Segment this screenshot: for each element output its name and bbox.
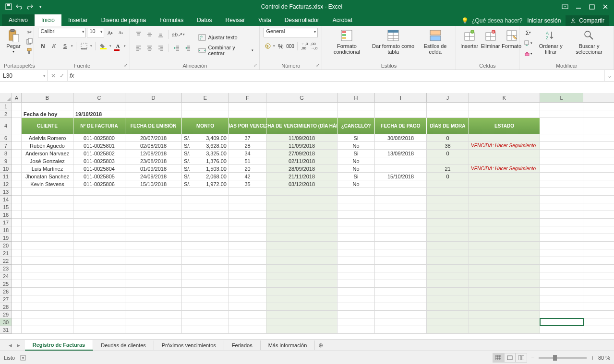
cell-styles-button[interactable]: Estilos de celda bbox=[419, 28, 452, 56]
paste-button[interactable]: Pegar ▾ bbox=[4, 28, 23, 55]
font-size-select[interactable]: 10 bbox=[87, 28, 104, 37]
ribbon-options-icon[interactable] bbox=[559, 1, 571, 12]
svg-text:c: c bbox=[200, 37, 201, 40]
fill-color-icon[interactable] bbox=[98, 41, 108, 51]
decrease-indent-icon[interactable] bbox=[172, 43, 181, 53]
dialog-launcher-icon[interactable]: ⤢ bbox=[124, 63, 128, 68]
svg-rect-77 bbox=[526, 52, 528, 53]
tab-home[interactable]: Inicio bbox=[35, 14, 61, 26]
find-select-button[interactable]: Buscar y seleccionar bbox=[568, 28, 610, 56]
comma-style-icon[interactable]: 000 bbox=[286, 41, 294, 51]
enter-formula-icon[interactable]: ✓ bbox=[60, 72, 64, 79]
chevron-down-icon[interactable]: ▾ bbox=[124, 44, 126, 48]
chevron-down-icon[interactable]: ▾ bbox=[183, 33, 185, 36]
italic-button[interactable]: K bbox=[49, 41, 59, 51]
font-color-icon[interactable]: A bbox=[113, 41, 122, 51]
dialog-launcher-icon[interactable]: ⤢ bbox=[253, 63, 257, 68]
svg-rect-8 bbox=[13, 35, 19, 42]
minimize-icon[interactable] bbox=[573, 1, 584, 12]
align-middle-icon[interactable] bbox=[145, 30, 155, 39]
wrap-text-button[interactable]: abc Ajustar texto bbox=[196, 33, 255, 42]
dialog-launcher-icon[interactable]: ⤢ bbox=[28, 63, 32, 68]
chevron-down-icon[interactable]: ▾ bbox=[273, 44, 275, 48]
insert-cells-icon: + bbox=[463, 29, 476, 42]
share-button[interactable]: Compartir bbox=[566, 15, 609, 26]
expand-formula-bar-icon[interactable]: ⌄ bbox=[604, 70, 614, 81]
dialog-launcher-icon[interactable]: ⤢ bbox=[316, 63, 320, 68]
bold-button[interactable]: N bbox=[38, 41, 48, 51]
lightbulb-icon: 💡 bbox=[461, 17, 469, 24]
paste-icon bbox=[7, 29, 20, 42]
fx-icon[interactable]: fx bbox=[68, 70, 76, 81]
tab-formulas[interactable]: Fórmulas bbox=[153, 14, 190, 26]
group-clipboard: Pegar ▾ ✂ Portapapeles⤢ bbox=[0, 26, 34, 70]
orientation-icon[interactable]: ab↗ bbox=[172, 30, 181, 39]
increase-indent-icon[interactable] bbox=[183, 43, 193, 53]
maximize-icon[interactable] bbox=[586, 1, 598, 12]
qat-dropdown-icon[interactable]: ▾ bbox=[36, 3, 44, 11]
font-name-select[interactable]: Calibri bbox=[38, 28, 86, 37]
tab-page-layout[interactable]: Diseño de página bbox=[95, 14, 153, 26]
conditional-format-button[interactable]: Formato condicional bbox=[326, 28, 367, 56]
formula-bar-row: L30 ✕ ✓ fx ⌄ bbox=[0, 70, 614, 82]
chevron-down-icon[interactable]: ▾ bbox=[109, 44, 111, 48]
decrease-font-icon[interactable]: A▾ bbox=[116, 28, 125, 37]
delete-cells-button[interactable]: × Eliminar bbox=[481, 28, 500, 50]
group-font: Calibri 10 A▴ A▾ N K S ▾ ▾ ▾ A ▾ Fuente⤢ bbox=[34, 26, 130, 70]
align-right-icon[interactable] bbox=[156, 43, 166, 53]
format-as-table-button[interactable]: Dar formato como tabla bbox=[370, 28, 417, 56]
svg-text:+: + bbox=[471, 30, 473, 34]
decrease-decimal-icon[interactable]: ,00→,0 bbox=[310, 41, 318, 51]
svg-text:×: × bbox=[492, 30, 494, 34]
svg-rect-75 bbox=[525, 41, 529, 45]
fill-icon[interactable]: ▾ bbox=[523, 38, 533, 48]
tab-review[interactable]: Revisar bbox=[219, 14, 252, 26]
align-bottom-icon[interactable] bbox=[156, 30, 166, 39]
svg-rect-13 bbox=[81, 43, 87, 49]
number-format-select[interactable]: General bbox=[264, 28, 318, 37]
group-styles: Formato condicional Dar formato como tab… bbox=[322, 26, 456, 70]
formula-bar[interactable] bbox=[76, 70, 604, 81]
format-cells-button[interactable]: Formato bbox=[502, 28, 521, 50]
clear-icon[interactable]: ▾ bbox=[523, 49, 533, 59]
name-box[interactable]: L30 bbox=[0, 70, 48, 81]
insert-cells-button[interactable]: + Insertar bbox=[460, 28, 479, 50]
share-icon bbox=[570, 18, 576, 23]
percent-icon[interactable]: % bbox=[277, 41, 285, 51]
tab-file[interactable]: Archivo bbox=[2, 14, 35, 26]
underline-button[interactable]: S bbox=[60, 41, 70, 51]
increase-decimal-icon[interactable]: ←,0,00 bbox=[301, 41, 309, 51]
svg-rect-60 bbox=[430, 30, 441, 35]
align-top-icon[interactable] bbox=[134, 30, 144, 39]
align-left-icon[interactable] bbox=[134, 43, 144, 53]
cut-icon[interactable]: ✂ bbox=[25, 28, 34, 36]
svg-rect-15 bbox=[100, 48, 107, 49]
svg-rect-4 bbox=[590, 5, 594, 9]
save-icon[interactable] bbox=[5, 3, 12, 11]
tab-insert[interactable]: Insertar bbox=[61, 14, 95, 26]
sign-in-link[interactable]: Iniciar sesión bbox=[527, 17, 561, 24]
border-icon[interactable] bbox=[79, 41, 89, 51]
tab-developer[interactable]: Desarrollador bbox=[278, 14, 326, 26]
undo-icon[interactable] bbox=[15, 3, 23, 11]
svg-rect-54 bbox=[342, 37, 346, 39]
format-painter-icon[interactable] bbox=[25, 47, 34, 56]
autosum-icon[interactable]: Σ▾ bbox=[523, 28, 533, 37]
accounting-format-icon[interactable]: $ bbox=[264, 41, 272, 51]
tab-acrobat[interactable]: Acrobat bbox=[326, 14, 359, 26]
group-label-editing: Modificar bbox=[523, 62, 610, 69]
sort-filter-button[interactable]: AZ Ordenar y filtrar bbox=[535, 28, 566, 56]
align-center-icon[interactable] bbox=[145, 43, 155, 53]
copy-icon[interactable] bbox=[25, 37, 34, 46]
svg-line-81 bbox=[590, 36, 593, 39]
cancel-formula-icon[interactable]: ✕ bbox=[51, 72, 56, 79]
tab-view[interactable]: Vista bbox=[252, 14, 277, 26]
close-icon[interactable] bbox=[600, 1, 611, 12]
chevron-down-icon[interactable]: ▾ bbox=[71, 44, 73, 48]
merge-center-button[interactable]: Combinar y centrar ▾ bbox=[196, 44, 255, 57]
tab-data[interactable]: Datos bbox=[190, 14, 218, 26]
chevron-down-icon[interactable]: ▾ bbox=[90, 44, 92, 48]
redo-icon[interactable] bbox=[26, 3, 34, 11]
tell-me-search[interactable]: 💡 ¿Qué desea hacer? bbox=[461, 17, 522, 24]
increase-font-icon[interactable]: A▴ bbox=[105, 28, 115, 37]
